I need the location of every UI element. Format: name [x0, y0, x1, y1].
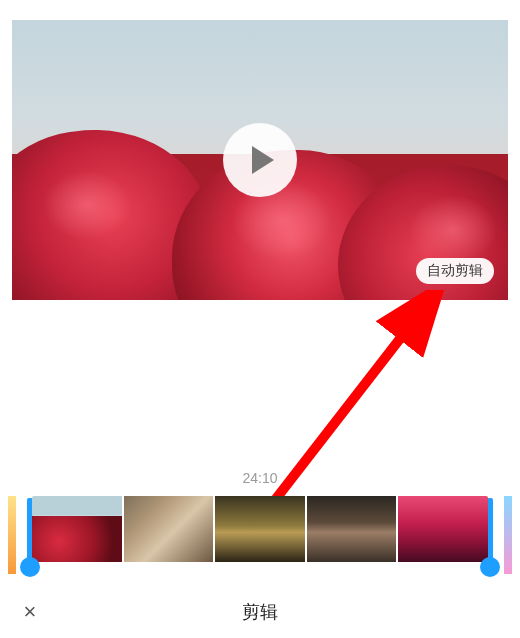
close-icon: ×	[24, 599, 37, 625]
trim-handle-left[interactable]	[20, 557, 40, 577]
play-icon	[252, 146, 274, 174]
timeline[interactable]	[22, 496, 498, 574]
duration-label: 24:10	[242, 470, 277, 486]
page-title: 剪辑	[242, 600, 278, 624]
timeline-thumbnail[interactable]	[32, 496, 122, 562]
timeline-edge-decor	[504, 496, 512, 574]
auto-edit-button[interactable]: 自动剪辑	[416, 258, 494, 284]
svg-line-1	[275, 300, 430, 500]
bottom-bar: × 剪辑	[0, 586, 520, 638]
timeline-thumbnail[interactable]	[398, 496, 488, 562]
annotation-arrow	[255, 290, 475, 520]
timeline-thumbnail[interactable]	[307, 496, 397, 562]
timeline-track	[32, 496, 488, 562]
timeline-thumbnail[interactable]	[124, 496, 214, 562]
play-button[interactable]	[223, 123, 297, 197]
timeline-edge-decor	[8, 496, 16, 574]
close-button[interactable]: ×	[0, 586, 60, 638]
auto-edit-label: 自动剪辑	[427, 262, 483, 278]
trim-handle-right[interactable]	[480, 557, 500, 577]
timeline-thumbnail[interactable]	[215, 496, 305, 562]
video-preview: 自动剪辑	[12, 20, 508, 300]
